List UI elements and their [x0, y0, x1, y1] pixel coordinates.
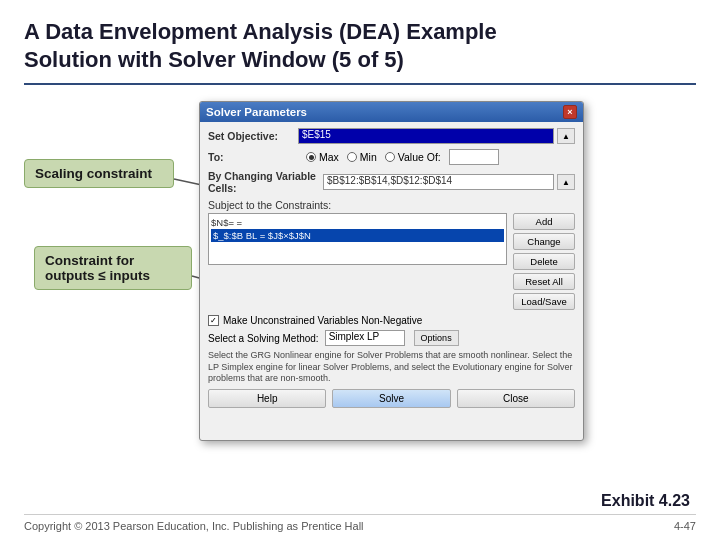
value-radio-circle	[385, 152, 395, 162]
constraint-item-1: $N$= =	[211, 216, 504, 229]
load-save-button[interactable]: Load/Save	[513, 293, 575, 310]
title-underline	[24, 83, 696, 85]
footer-copyright: Copyright © 2013 Pearson Education, Inc.…	[24, 520, 364, 532]
constraints-list: $N$= = $_$:$B BL = $J$×$J$N	[208, 213, 507, 265]
max-radio[interactable]: Max	[306, 151, 339, 163]
solver-dialog: Solver Parameters × Set Objective: $E$15…	[199, 101, 584, 441]
close-button[interactable]: Close	[457, 389, 575, 408]
content-area: Scaling constraint Constraint for output…	[24, 101, 696, 511]
by-changing-row: By Changing Variable Cells: $B$12:$B$14,…	[208, 170, 575, 194]
titlebar-close-button[interactable]: ×	[563, 105, 577, 119]
by-changing-icon-btn[interactable]: ▲	[557, 174, 575, 190]
select-solving-dropdown[interactable]: Simplex LP	[325, 330, 405, 346]
subject-label: Subject to the Constraints:	[208, 199, 575, 211]
by-changing-input[interactable]: $B$12:$B$14,$D$12:$D$14	[323, 174, 554, 190]
change-button[interactable]: Change	[513, 233, 575, 250]
set-objective-input[interactable]: $E$15	[298, 128, 554, 144]
constraint-callout: Constraint for outputs ≤ inputs	[34, 246, 192, 290]
to-row: To: Max Min Value Of:	[208, 149, 575, 165]
title-line2: Solution with Solver Window (5 of 5)	[24, 47, 404, 72]
value-of-radio[interactable]: Value Of:	[385, 151, 441, 163]
add-button[interactable]: Add	[513, 213, 575, 230]
constraint-label: Constraint for outputs ≤ inputs	[45, 253, 150, 283]
solving-method-desc: Select the GRG Nonlinear engine for Solv…	[208, 350, 575, 385]
value-of-input[interactable]	[449, 149, 499, 165]
title-line1: A Data Envelopment Analysis (DEA) Exampl…	[24, 19, 497, 44]
set-objective-row: Set Objective: $E$15 ▲	[208, 128, 575, 144]
unconstrained-checkbox[interactable]: ✓	[208, 315, 219, 326]
help-button[interactable]: Help	[208, 389, 326, 408]
footer: Copyright © 2013 Pearson Education, Inc.…	[24, 514, 696, 532]
set-objective-label: Set Objective:	[208, 130, 298, 142]
scaling-constraint-label: Scaling constraint	[35, 166, 152, 181]
solve-button[interactable]: Solve	[332, 389, 450, 408]
options-button[interactable]: Options	[414, 330, 459, 346]
scaling-constraint-callout: Scaling constraint	[24, 159, 174, 188]
select-solving-row: Select a Solving Method: Simplex LP Opti…	[208, 330, 575, 346]
min-radio[interactable]: Min	[347, 151, 377, 163]
unconstrained-label: Make Unconstrained Variables Non-Negativ…	[223, 315, 422, 326]
reset-all-button[interactable]: Reset All	[513, 273, 575, 290]
exhibit-label: Exhibit 4.23	[601, 492, 690, 510]
constraints-buttons: Add Change Delete Reset All Load/Save	[513, 213, 575, 310]
constraints-area: $N$= = $_$:$B BL = $J$×$J$N Add Change D…	[208, 213, 575, 310]
to-label: To:	[208, 151, 298, 163]
solving-method-section: Select the GRG Nonlinear engine for Solv…	[208, 350, 575, 385]
solver-body: Set Objective: $E$15 ▲ To: Max Min	[200, 122, 583, 412]
set-objective-icon-btn[interactable]: ▲	[557, 128, 575, 144]
by-changing-label: By Changing Variable Cells:	[208, 170, 323, 194]
callouts-area: Scaling constraint Constraint for output…	[24, 101, 214, 511]
min-radio-circle	[347, 152, 357, 162]
solver-dialog-title: Solver Parameters	[206, 106, 307, 118]
delete-button[interactable]: Delete	[513, 253, 575, 270]
slide-container: A Data Envelopment Analysis (DEA) Exampl…	[0, 0, 720, 540]
constraint-item-2[interactable]: $_$:$B BL = $J$×$J$N	[211, 229, 504, 242]
solver-titlebar: Solver Parameters ×	[200, 102, 583, 122]
unconstrained-checkbox-row[interactable]: ✓ Make Unconstrained Variables Non-Negat…	[208, 315, 575, 326]
footer-page: 4-47	[674, 520, 696, 532]
bottom-buttons: Help Solve Close	[208, 389, 575, 408]
select-solving-label: Select a Solving Method:	[208, 333, 319, 344]
slide-title: A Data Envelopment Analysis (DEA) Exampl…	[24, 18, 696, 85]
max-radio-circle	[306, 152, 316, 162]
